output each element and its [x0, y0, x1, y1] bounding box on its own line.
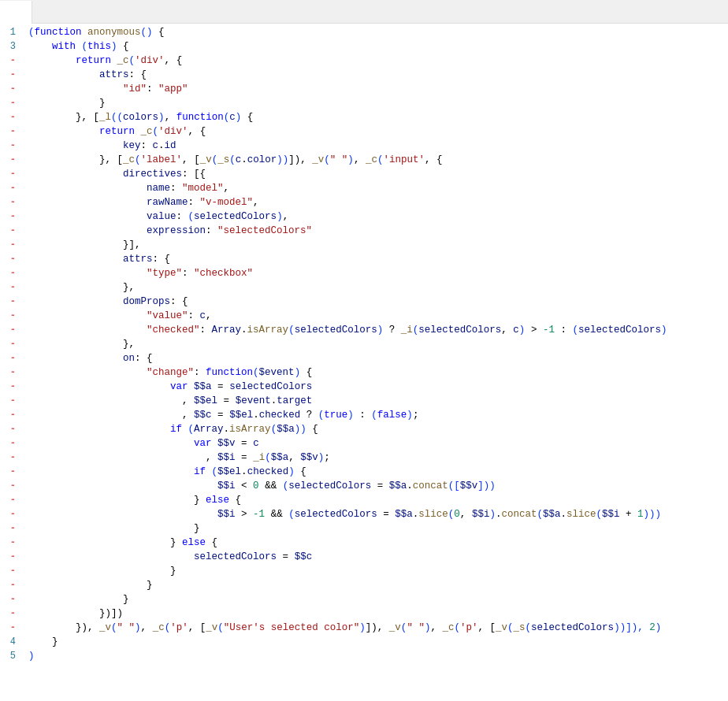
line-number: -	[0, 592, 22, 606]
line-number: -	[0, 181, 22, 195]
line-number: -	[0, 280, 22, 295]
line-number: -	[0, 295, 22, 309]
line-number: -	[0, 337, 22, 351]
line-number: 1	[0, 25, 22, 39]
line-number: -	[0, 436, 22, 451]
code-line: }	[28, 521, 728, 536]
code-line: }],	[28, 238, 728, 252]
code-line: with (this) {	[28, 39, 728, 54]
line-number: -	[0, 365, 22, 380]
code-line: key: c.id	[28, 139, 728, 153]
line-number: -	[0, 195, 22, 210]
code-line: selectedColors = $$c	[28, 550, 728, 564]
line-numbers-column: 13--------------------------------------…	[0, 24, 22, 701]
code-line: value: (selectedColors),	[28, 210, 728, 224]
line-number: 5	[0, 649, 22, 663]
code-line: var $$v = c	[28, 436, 728, 451]
code-line: , $$el = $event.target	[28, 394, 728, 408]
line-number: 3	[0, 39, 22, 54]
line-number: -	[0, 68, 22, 82]
code-line: attrs: {	[28, 68, 728, 82]
line-number: -	[0, 578, 22, 592]
code-line: , $$c = $$el.checked ? (true) : (false);	[28, 408, 728, 422]
line-number: -	[0, 224, 22, 238]
line-number: -	[0, 238, 22, 252]
line-number: -	[0, 521, 22, 536]
code-line: }, [_l((colors), function(c) {	[28, 110, 728, 124]
line-number: -	[0, 309, 22, 323]
code-line: if ($$el.checked) {	[28, 465, 728, 479]
code-line: } else {	[28, 536, 728, 550]
code-line: )	[28, 649, 728, 663]
code-line: "id": "app"	[28, 82, 728, 96]
line-number: -	[0, 422, 22, 436]
line-number: -	[0, 96, 22, 110]
line-number: -	[0, 536, 22, 550]
line-number: -	[0, 252, 22, 266]
code-line: }	[28, 564, 728, 578]
code-line: }	[28, 96, 728, 110]
line-number: -	[0, 266, 22, 280]
line-number: -	[0, 493, 22, 507]
line-number: -	[0, 139, 22, 153]
code-line: directives: [{	[28, 167, 728, 181]
code-editor: 13--------------------------------------…	[0, 24, 728, 701]
code-line: attrs: {	[28, 252, 728, 266]
line-number: -	[0, 408, 22, 422]
line-number: -	[0, 479, 22, 493]
code-line: "type": "checkbox"	[28, 266, 728, 280]
line-number: -	[0, 394, 22, 408]
line-number: -	[0, 465, 22, 479]
line-number: -	[0, 153, 22, 167]
code-line: }, [_c('label', [_v(_s(c.color))]), _v("…	[28, 153, 728, 167]
code-line: (function anonymous() {	[28, 25, 728, 39]
code-line: } else {	[28, 493, 728, 507]
line-number: -	[0, 550, 22, 564]
code-line: var $$a = selectedColors	[28, 380, 728, 394]
code-line: }	[28, 592, 728, 606]
code-line: "value": c,	[28, 309, 728, 323]
close-icon[interactable]	[13, 6, 24, 17]
line-number: -	[0, 564, 22, 578]
code-line: $$i > -1 && (selectedColors = $$a.slice(…	[28, 507, 728, 521]
line-number: -	[0, 124, 22, 139]
line-number: -	[0, 380, 22, 394]
line-number: -	[0, 54, 22, 68]
code-line: , $$i = _i($$a, $$v);	[28, 451, 728, 465]
code-line: "checked": Array.isArray(selectedColors)…	[28, 323, 728, 337]
code-line: },	[28, 337, 728, 351]
line-number: -	[0, 167, 22, 181]
tab-vm1439[interactable]	[0, 1, 32, 24]
code-line: }	[28, 578, 728, 592]
line-number: -	[0, 82, 22, 96]
line-number: -	[0, 210, 22, 224]
code-line: domProps: {	[28, 295, 728, 309]
code-line: expression: "selectedColors"	[28, 224, 728, 238]
code-line: },	[28, 280, 728, 295]
code-content: (function anonymous() { with (this) { re…	[22, 24, 728, 701]
code-line: })])	[28, 606, 728, 621]
code-line: if (Array.isArray($$a)) {	[28, 422, 728, 436]
code-line: return _c('div', {	[28, 124, 728, 139]
code-line: $$i < 0 && (selectedColors = $$a.concat(…	[28, 479, 728, 493]
code-line: "change": function($event) {	[28, 365, 728, 380]
line-number: -	[0, 110, 22, 124]
code-line: }	[28, 635, 728, 649]
line-number: -	[0, 507, 22, 521]
code-line: name: "model",	[28, 181, 728, 195]
code-line: rawName: "v-model",	[28, 195, 728, 210]
line-number: -	[0, 351, 22, 365]
code-line: return _c('div', {	[28, 54, 728, 68]
line-number: -	[0, 451, 22, 465]
code-line: on: {	[28, 351, 728, 365]
code-line: }), _v(" "), _c('p', [_v("User's selecte…	[28, 621, 728, 635]
line-number: -	[0, 606, 22, 621]
line-number: 4	[0, 635, 22, 649]
line-number: -	[0, 323, 22, 337]
line-number: -	[0, 621, 22, 635]
tab-bar	[0, 0, 728, 24]
